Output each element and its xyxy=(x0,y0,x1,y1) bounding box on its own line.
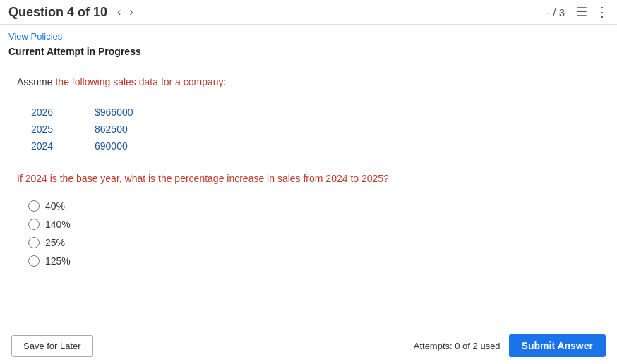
radio-140[interactable] xyxy=(28,219,40,230)
question-text: If 2024 is the base year, what is the pe… xyxy=(17,171,600,186)
sales-row: 2024 690000 xyxy=(31,138,600,154)
list-icon[interactable]: ☰ xyxy=(576,4,587,20)
view-policies-link[interactable]: View Policies xyxy=(8,31,62,42)
option-25[interactable]: 25% xyxy=(28,237,600,248)
score-display: - / 3 xyxy=(546,6,565,18)
header: Question 4 of 10 ‹ › - / 3 ☰ ⋮ xyxy=(0,0,617,25)
sales-row: 2026 $966000 xyxy=(31,104,600,121)
option-140[interactable]: 140% xyxy=(28,219,600,230)
answer-options: 40% 140% 25% 125% xyxy=(28,200,600,267)
current-attempt-label: Current Attempt in Progress xyxy=(0,43,617,63)
value-2024: 690000 xyxy=(95,140,151,152)
question-text-content: If 2024 is the base year, what is the pe… xyxy=(17,173,389,184)
save-later-button[interactable]: Save for Later xyxy=(11,335,93,357)
year-2025: 2025 xyxy=(31,123,66,135)
question-title: Question 4 of 10 xyxy=(8,5,107,20)
question-intro: Assume the following sales data for a co… xyxy=(17,75,600,90)
attempts-text: Attempts: 0 of 2 used xyxy=(414,341,501,351)
intro-highlight-text: the following sales data for a company: xyxy=(55,76,226,87)
next-button[interactable]: › xyxy=(125,4,137,20)
option-125[interactable]: 125% xyxy=(28,255,600,267)
year-2026: 2026 xyxy=(31,107,66,118)
sales-row: 2025 862500 xyxy=(31,121,600,138)
option-140-label: 140% xyxy=(45,219,71,230)
sales-table: 2026 $966000 2025 862500 2024 690000 xyxy=(31,104,600,154)
question-content: Assume the following sales data for a co… xyxy=(0,63,617,299)
prev-button[interactable]: ‹ xyxy=(113,4,125,20)
footer: Save for Later Attempts: 0 of 2 used Sub… xyxy=(0,327,617,364)
option-40[interactable]: 40% xyxy=(28,200,600,212)
footer-right: Attempts: 0 of 2 used Submit Answer xyxy=(414,334,606,357)
radio-40[interactable] xyxy=(28,200,40,212)
option-125-label: 125% xyxy=(45,255,71,267)
radio-25[interactable] xyxy=(28,237,40,248)
value-2025: 862500 xyxy=(95,123,151,135)
option-25-label: 25% xyxy=(45,237,65,248)
year-2024: 2024 xyxy=(31,140,66,152)
intro-plain-text: Assume xyxy=(17,76,55,87)
view-policies-section: View Policies xyxy=(0,25,617,43)
more-options-icon[interactable]: ⋮ xyxy=(596,4,609,20)
value-2026: $966000 xyxy=(95,107,151,118)
radio-125[interactable] xyxy=(28,255,40,267)
submit-answer-button[interactable]: Submit Answer xyxy=(509,334,606,357)
option-40-label: 40% xyxy=(45,200,65,212)
